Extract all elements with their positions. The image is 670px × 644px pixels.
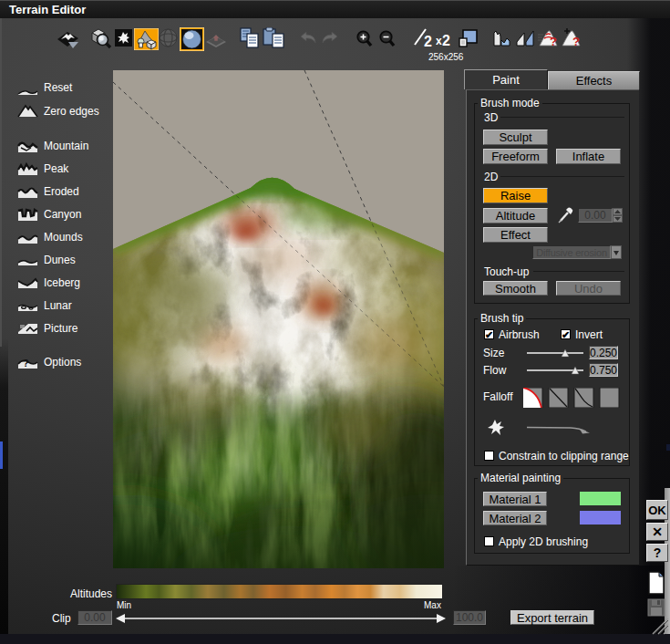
svg-text:2: 2 xyxy=(442,33,450,47)
svg-text:x: x xyxy=(436,35,442,47)
svg-text:?: ? xyxy=(23,358,29,369)
svg-text:2: 2 xyxy=(424,34,432,48)
svg-text:?: ? xyxy=(550,35,557,47)
svg-text:?: ? xyxy=(572,35,580,47)
